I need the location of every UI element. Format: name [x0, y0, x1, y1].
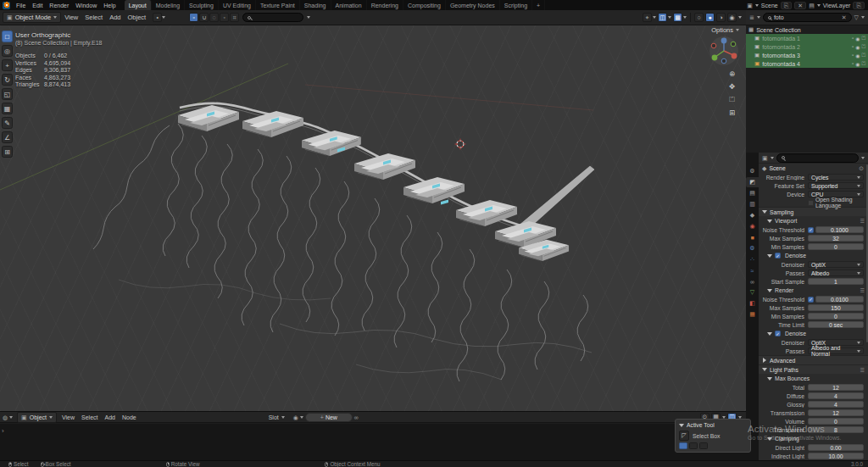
camera-visibility-icon[interactable]: ⏍ [861, 36, 865, 42]
subsection-clamping[interactable]: Clamping [759, 434, 868, 443]
properties-tab[interactable]: ◩ [746, 177, 759, 187]
snap-icon[interactable]: ∪ [199, 13, 209, 22]
pan-icon[interactable]: ✥ [729, 82, 735, 91]
bounce-field[interactable]: 12 [808, 409, 864, 417]
direct-light-field[interactable]: 0.00 [808, 444, 864, 452]
checkbox-icon[interactable]: ▫ [852, 61, 854, 67]
link-icon[interactable]: ∞ [354, 414, 359, 420]
shader-editor-icon[interactable]: ◍ [3, 414, 8, 420]
tool-button[interactable]: + [2, 59, 13, 71]
presets-icon[interactable]: ☰ [860, 367, 865, 373]
shading-solid-icon[interactable]: ● [705, 13, 715, 22]
passes-select[interactable]: Albedo [808, 270, 864, 277]
select-box-icon[interactable]: ◸ [679, 431, 689, 441]
bounce-field[interactable]: 8 [808, 426, 864, 434]
workspace-tab[interactable]: Rendering [367, 0, 403, 10]
proportional-edit-icon[interactable]: ◌ [209, 13, 219, 22]
properties-tab[interactable]: ≈ [746, 265, 759, 275]
eye-icon[interactable]: ◉ [855, 61, 860, 67]
transform-orientation-icon[interactable]: ⬩ [153, 13, 162, 22]
bounce-field[interactable]: 4 [808, 392, 864, 400]
tweak-mode-icon[interactable]: ▫ [189, 13, 198, 22]
noise-threshold-field[interactable]: 0.0100 [815, 296, 864, 303]
outliner-item-row[interactable]: ▣ fotomontada 1 ▫ ◉ ⏍ [746, 34, 868, 42]
overlays-toggle-icon[interactable]: ◫ [658, 13, 667, 22]
filter-icon[interactable]: ▽ [854, 14, 859, 20]
eye-icon[interactable]: ◉ [855, 53, 860, 58]
properties-tab[interactable]: ▦ [746, 309, 759, 320]
snapping-target-icon[interactable]: ⌗ [230, 13, 239, 22]
workspace-tab[interactable]: Layout [125, 0, 152, 10]
checkbox-icon[interactable]: ▫ [852, 53, 854, 58]
outliner-item-row[interactable]: ▣ fotomontada 3 ▫ ◉ ⏍ [746, 51, 868, 59]
camera-view-icon[interactable]: ⏍ [729, 95, 735, 104]
shader-mode-selector[interactable]: ▣ Object [17, 412, 57, 423]
zoom-icon[interactable]: ⊕ [729, 69, 735, 78]
viewport-search-input[interactable] [242, 13, 303, 22]
app-menu-item[interactable]: Render [46, 0, 72, 10]
new-viewlayer-button[interactable]: ⎘ [853, 2, 865, 9]
workspace-tab[interactable]: UV Editing [219, 0, 256, 10]
workspace-tab[interactable]: Modeling [152, 0, 185, 10]
toggle-ortho-icon[interactable]: ⊞ [729, 108, 735, 117]
camera-visibility-icon[interactable]: ⏍ [861, 61, 865, 67]
bounce-field[interactable]: 4 [808, 401, 864, 409]
blender-logo-icon[interactable] [3, 2, 10, 9]
viewport-3d[interactable]: User Orthographic (8) Scene Collection |… [0, 25, 746, 411]
options-dropdown[interactable]: Options [711, 26, 739, 34]
properties-tab[interactable]: ■ [746, 232, 759, 242]
app-menu-item[interactable]: File [13, 0, 29, 10]
start-sample-field[interactable]: 1 [808, 278, 864, 286]
workspace-tab[interactable]: Texture Paint [256, 0, 300, 10]
new-material-button[interactable]: + New [305, 413, 353, 422]
tool-button[interactable]: □ [2, 31, 13, 42]
max-samples-field[interactable]: 150 [808, 304, 864, 312]
mode-subtract-button[interactable] [699, 442, 708, 449]
pivot-point-icon[interactable]: ◦ [220, 13, 229, 22]
workspace-tab[interactable]: Scripting [500, 0, 532, 10]
properties-tab[interactable]: ∞ [746, 276, 759, 286]
properties-tab[interactable]: ▤ [746, 188, 759, 198]
tool-button[interactable]: ⊞ [2, 146, 13, 158]
properties-tab[interactable]: ∴ [746, 254, 759, 264]
max-samples-field[interactable]: 32 [808, 235, 864, 242]
shader-menu-item[interactable]: Add [101, 414, 118, 420]
navigation-gizmo[interactable] [709, 36, 739, 66]
outliner-search-input[interactable]: foto ✕ [763, 13, 852, 22]
new-scene-button[interactable]: ⎘ [781, 2, 793, 9]
tool-button[interactable]: ✎ [2, 117, 13, 129]
checkbox-icon[interactable]: ▫ [852, 36, 854, 42]
workspace-tab[interactable]: Sculpting [185, 0, 219, 10]
viewport-menu-item[interactable]: Select [81, 14, 106, 21]
shader-editor-canvas[interactable]: › [0, 424, 746, 460]
mode-selector[interactable]: ▣ Object Mode [3, 12, 61, 23]
subsection-denoise-viewport[interactable]: Denoise [759, 251, 868, 260]
eye-icon[interactable]: ◉ [855, 36, 860, 42]
app-menu-item[interactable]: Help [100, 0, 119, 10]
workspace-tab[interactable]: Geometry Nodes [446, 0, 500, 10]
mode-new-button[interactable] [679, 442, 687, 449]
outliner-editor-icon[interactable]: ≣ [749, 14, 754, 20]
outliner-item-row[interactable]: ▣ fotomontada 2 ▫ ◉ ⏍ [746, 42, 868, 51]
presets-icon[interactable]: ☰ [860, 287, 865, 293]
tool-button[interactable]: ◱ [2, 88, 13, 100]
passes-select[interactable]: Albedo and Normal [808, 347, 864, 355]
tool-button[interactable]: ∠ [2, 131, 13, 143]
properties-tab[interactable]: ◆ [746, 210, 759, 220]
section-light-paths[interactable]: Light Paths ☰ [759, 364, 868, 374]
subsection-render[interactable]: Render ☰ [759, 286, 868, 295]
clear-search-icon[interactable]: ✕ [842, 14, 847, 21]
subsection-denoise-render[interactable]: Denoise [759, 329, 868, 338]
properties-tab[interactable]: ▽ [746, 287, 759, 297]
render-engine-select[interactable]: Cycles [808, 174, 864, 181]
viewport-menu-item[interactable]: Object [125, 14, 150, 21]
shader-menu-item[interactable]: View [58, 414, 78, 420]
properties-tab[interactable]: ▥ [746, 199, 759, 209]
feature-set-select[interactable]: Supported [808, 182, 864, 190]
min-samples-field[interactable]: 0 [808, 313, 864, 320]
pin-icon[interactable]: ⊙ [859, 165, 864, 171]
tool-button[interactable]: ↻ [2, 74, 13, 86]
time-limit-field[interactable]: 0 sec [808, 321, 864, 329]
denoise-checkbox[interactable] [775, 253, 781, 259]
workspace-tab[interactable]: Shading [300, 0, 331, 10]
